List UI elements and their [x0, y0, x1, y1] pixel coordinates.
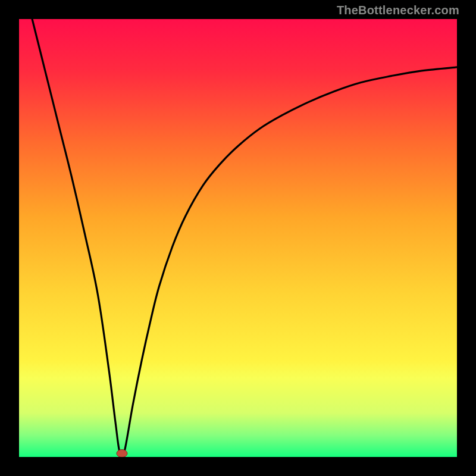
- chart-frame: [0, 0, 476, 476]
- watermark-text: TheBottlenecker.com: [337, 4, 459, 17]
